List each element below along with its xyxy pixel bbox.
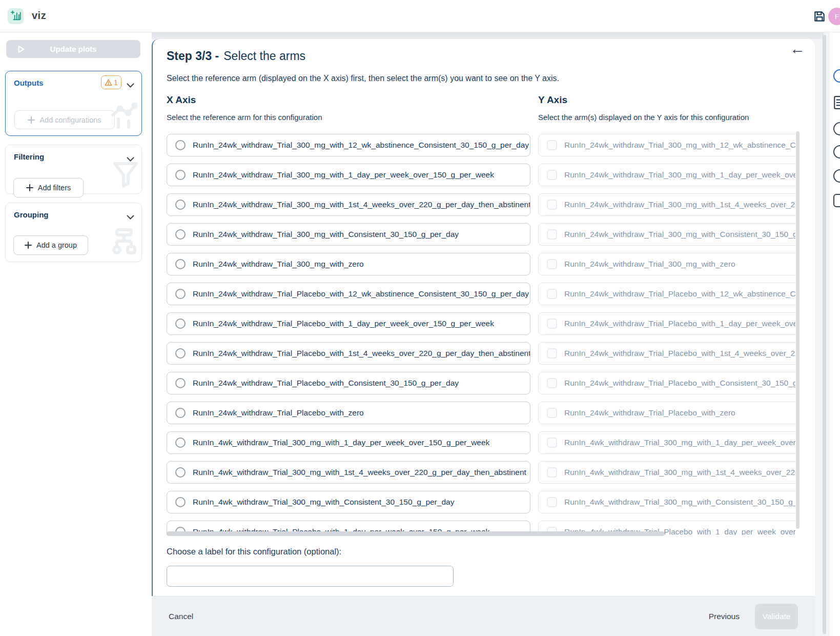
arm-label: RunIn_4wk_withdraw_Trial_300_mg_with_1st… (564, 468, 795, 477)
x-axis-arm-option[interactable]: RunIn_24wk_withdraw_Trial_Placebo_with_C… (167, 372, 530, 394)
radio-icon[interactable] (175, 408, 186, 418)
plus-icon (25, 242, 32, 249)
update-plots-label: Update plots (50, 45, 97, 53)
filtering-panel: Filtering Add filters (5, 145, 142, 194)
x-axis-arm-option[interactable]: RunIn_24wk_withdraw_Trial_300_mg_with_ze… (167, 253, 530, 275)
plus-icon (26, 184, 33, 191)
radio-icon[interactable] (175, 229, 186, 240)
x-axis-arm-option[interactable]: RunIn_24wk_withdraw_Trial_Placebo_with_z… (167, 402, 530, 424)
x-axis-subtitle: Select the reference arm for this config… (167, 113, 322, 122)
save-icon (813, 10, 826, 23)
radio-icon[interactable] (175, 497, 186, 507)
add-configurations-label: Add configurations (39, 116, 101, 124)
arm-label: RunIn_24wk_withdraw_Trial_300_mg_with_1_… (193, 170, 494, 180)
checkbox-icon (547, 438, 557, 448)
arm-label: RunIn_24wk_withdraw_Trial_Placebo_with_1… (193, 349, 530, 358)
arm-label: RunIn_4wk_withdraw_Trial_300_mg_with_1_d… (193, 438, 489, 447)
arm-label: RunIn_24wk_withdraw_Trial_Placebo_with_1… (564, 289, 795, 299)
outputs-panel: Outputs 1 Add configurations (5, 71, 142, 136)
arm-label: RunIn_24wk_withdraw_Trial_Placebo_with_1… (564, 319, 795, 328)
checkbox-icon (547, 259, 557, 269)
validate-button[interactable]: Validate (755, 604, 798, 629)
config-label-input[interactable] (167, 566, 454, 587)
x-axis-arm-option[interactable]: RunIn_24wk_withdraw_Trial_300_mg_with_Co… (167, 223, 530, 246)
checkbox-icon (547, 378, 557, 388)
page-scrollbar[interactable] (823, 35, 826, 634)
checkbox-icon (547, 140, 557, 150)
y-axis-arm-option: RunIn_24wk_withdraw_Trial_Placebo_with_1… (538, 342, 795, 365)
add-filters-label: Add filters (38, 184, 71, 192)
step-number: Step 3/3 - (167, 49, 219, 63)
chart-plus-icon (10, 10, 22, 23)
radio-icon[interactable] (175, 438, 186, 448)
square-icon[interactable] (833, 194, 840, 207)
save-button[interactable] (813, 10, 826, 23)
list-vertical-scrollbar[interactable] (796, 131, 800, 529)
config-label-prompt: Choose a label for this configuration (o… (167, 547, 341, 556)
warning-count: 1 (114, 78, 118, 87)
x-axis-arm-option[interactable]: RunIn_24wk_withdraw_Trial_300_mg_with_1s… (167, 193, 530, 216)
list-horizontal-scrollbar[interactable] (167, 531, 665, 536)
radio-icon[interactable] (175, 140, 186, 150)
x-axis-arm-option[interactable]: RunIn_4wk_withdraw_Trial_300_mg_with_1st… (167, 461, 530, 484)
add-filters-button[interactable]: Add filters (13, 178, 84, 197)
chart-watermark-icon (110, 101, 137, 131)
y-axis-arm-option: RunIn_24wk_withdraw_Trial_300_mg_with_ze… (538, 253, 795, 275)
y-axis-arm-option: RunIn_24wk_withdraw_Trial_Placebo_with_1… (538, 312, 795, 335)
radio-icon[interactable] (175, 289, 186, 299)
radio-icon[interactable] (175, 319, 186, 329)
update-plots-button[interactable]: Update plots (6, 40, 140, 58)
add-group-label: Add a group (36, 241, 77, 249)
radio-icon[interactable] (175, 170, 186, 180)
outputs-warning-badge: 1 (101, 75, 121, 89)
x-axis-arm-option[interactable]: RunIn_24wk_withdraw_Trial_Placebo_with_1… (167, 342, 530, 365)
checkbox-icon (547, 497, 557, 507)
play-icon (17, 45, 25, 53)
cancel-button[interactable]: Cancel (169, 612, 193, 621)
group-tree-watermark-icon (111, 228, 137, 259)
add-group-button[interactable]: Add a group (13, 235, 88, 255)
add-configurations-button[interactable]: Add configurations (14, 110, 115, 129)
step-name: Select the arms (223, 49, 305, 63)
arm-label: RunIn_24wk_withdraw_Trial_Placebo_with_C… (193, 379, 459, 388)
x-axis-arm-option[interactable]: RunIn_4wk_withdraw_Trial_300_mg_with_Con… (167, 491, 530, 513)
step-title: Step 3/3 -Select the arms (167, 49, 305, 63)
radio-icon[interactable] (175, 467, 186, 478)
checkbox-icon (547, 467, 557, 478)
grouping-title: Grouping (14, 210, 49, 219)
x-axis-arm-option[interactable]: RunIn_24wk_withdraw_Trial_300_mg_with_12… (167, 134, 530, 156)
arm-label: RunIn_24wk_withdraw_Trial_300_mg_with_Co… (193, 230, 459, 239)
radio-icon[interactable] (175, 348, 186, 359)
checkbox-icon (547, 170, 557, 180)
arm-label: RunIn_4wk_withdraw_Trial_300_mg_with_Con… (193, 498, 454, 507)
arm-label: RunIn_24wk_withdraw_Trial_300_mg_with_Co… (564, 230, 795, 239)
y-axis-arm-option: RunIn_24wk_withdraw_Trial_Placebo_with_1… (538, 283, 795, 305)
back-arrow-icon[interactable]: ← (790, 41, 805, 56)
x-axis-arm-option[interactable]: RunIn_24wk_withdraw_Trial_Placebo_with_1… (167, 283, 530, 305)
checkbox-icon (547, 200, 557, 210)
warning-icon (105, 79, 112, 86)
x-axis-arm-option[interactable]: RunIn_4wk_withdraw_Trial_300_mg_with_1_d… (167, 431, 530, 454)
x-axis-arm-option[interactable]: RunIn_24wk_withdraw_Trial_Placebo_with_1… (167, 312, 530, 335)
step-subtitle: Select the reference arm (displayed on t… (167, 74, 559, 83)
radio-icon[interactable] (175, 259, 186, 269)
y-axis-arm-option: RunIn_4wk_withdraw_Trial_300_mg_with_1st… (538, 461, 795, 484)
previous-button[interactable]: Previous (709, 612, 740, 621)
outputs-title: Outputs (14, 78, 44, 87)
arm-label: RunIn_4wk_withdraw_Trial_300_mg_with_Con… (564, 498, 795, 507)
arm-label: RunIn_4wk_withdraw_Trial_300_mg_with_1st… (193, 468, 526, 477)
plus-icon (28, 116, 35, 124)
x-axis-arm-option[interactable]: RunIn_24wk_withdraw_Trial_300_mg_with_1_… (167, 164, 530, 186)
radio-icon[interactable] (175, 200, 186, 210)
checkbox-icon (547, 289, 557, 299)
avatar[interactable]: F (828, 8, 840, 25)
chevron-down-icon[interactable] (127, 212, 134, 222)
chevron-down-icon[interactable] (127, 81, 134, 90)
top-bar: viz F (0, 0, 840, 32)
arm-label: RunIn_24wk_withdraw_Trial_Placebo_with_1… (193, 289, 529, 299)
radio-icon[interactable] (175, 378, 186, 388)
y-axis-arm-option: RunIn_24wk_withdraw_Trial_300_mg_with_Co… (538, 223, 795, 246)
report-icon[interactable] (833, 95, 840, 109)
arm-label: RunIn_24wk_withdraw_Trial_300_mg_with_1s… (193, 200, 530, 209)
arm-label: RunIn_24wk_withdraw_Trial_300_mg_with_ze… (564, 260, 735, 269)
